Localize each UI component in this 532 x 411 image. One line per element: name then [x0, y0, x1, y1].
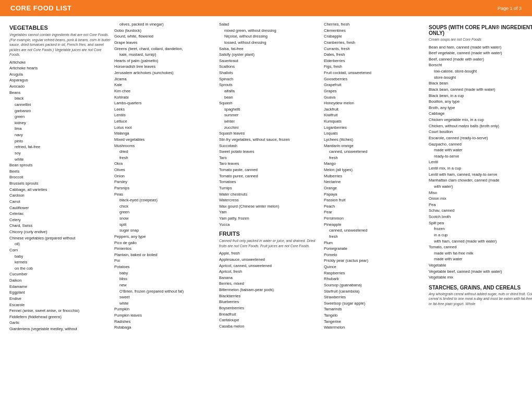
list-item: Salsify (oyster plant) — [219, 52, 321, 58]
list-item: Tangelo — [324, 312, 426, 319]
list-item: Greens (beet, chard, collard, dandelion, — [114, 46, 216, 52]
list-item: Tomato paste, canned — [219, 167, 321, 173]
list-item: Horseradish tree leaves — [114, 64, 216, 70]
list-item: Kohlrabi — [114, 94, 216, 101]
list-item: Bean sprouts — [9, 162, 111, 168]
list-item: Dates, fresh — [324, 52, 426, 58]
col3-items: Saladmixed green, without dressingNiçois… — [219, 21, 321, 329]
section-heading: FRUITS — [219, 231, 321, 237]
col1-items: ArtichokeArtichoke heartsArugulaAsparagu… — [9, 59, 111, 332]
list-item: Gourd, white, flowered — [114, 33, 216, 40]
list-item: fresh — [324, 234, 426, 240]
list-item: Blackberries — [219, 293, 321, 299]
list-item: Apricot, canned, unsweetened — [219, 263, 321, 269]
list-item: Tomato puree, canned — [219, 173, 321, 179]
list-item: Tomato, canned — [429, 244, 532, 250]
list-item: Cardoon — [9, 192, 111, 199]
list-item: in a cup — [429, 232, 532, 238]
list-item: Cantaloupe — [219, 317, 321, 323]
list-item: spaghetti — [219, 106, 321, 113]
list-item: Beef vegetable, canned (made with water) — [429, 50, 532, 56]
list-item: Passion fruit — [324, 197, 426, 203]
list-item: snow — [114, 215, 216, 222]
list-item: on the cob — [9, 265, 111, 272]
list-item: Court bouillon — [429, 129, 532, 135]
list-item: Clementines — [324, 28, 426, 34]
list-item: baby — [114, 270, 216, 276]
list-item: Plum — [324, 240, 426, 246]
content: VEGETABLES Vegetables cannot contain ing… — [0, 16, 532, 337]
list-item: Vegetable — [429, 262, 532, 269]
list-item: Arugula — [9, 71, 111, 78]
list-item: Lentils — [114, 112, 216, 118]
list-item: Lotus root — [114, 125, 216, 131]
list-item: Figs, fresh — [324, 64, 426, 70]
list-item: Wax gourd (Chinese winter melon) — [219, 203, 321, 210]
col5-soups: Bean and ham, canned (made with water)Be… — [429, 44, 532, 281]
list-item: Sprouts — [219, 82, 321, 88]
list-item: Crabapple — [324, 33, 426, 40]
list-item: Cauliflower — [9, 205, 111, 211]
list-item: Onion — [114, 173, 216, 179]
list-item: Mulberries — [324, 173, 426, 179]
list-item: Chicken vegetable mix, in a cup — [429, 117, 532, 123]
list-item: new — [114, 282, 216, 288]
list-item: Cucumber — [9, 271, 111, 277]
list-item: Spinach — [219, 76, 321, 82]
list-item: Asparagus — [9, 77, 111, 83]
list-item: Soursop (guanabana) — [324, 282, 426, 288]
list-item: Sweet potato leaves — [219, 149, 321, 155]
list-item: Carrot — [9, 199, 111, 205]
soups-title: SOUPS (WITH CORE PLAN® INGREDIENTS ONLY) — [429, 25, 532, 36]
list-item: cannellini — [9, 102, 111, 108]
list-item: Peas — [114, 191, 216, 198]
list-item: Endive — [9, 296, 111, 302]
list-item: Pomelo — [324, 252, 426, 258]
list-item: Papaya — [324, 191, 426, 198]
list-item: oil) — [9, 241, 111, 247]
list-item: frozen — [429, 226, 532, 232]
list-item: Corn — [9, 247, 111, 253]
list-item: Guava — [324, 94, 426, 101]
list-item: Succotash — [219, 143, 321, 149]
list-item: Strawberries — [324, 294, 426, 300]
list-item: Salsa, fat-free — [219, 46, 321, 52]
list-item: Gobo (burdock) — [114, 28, 216, 34]
list-item: Sweetsop (sugar apple) — [324, 300, 426, 307]
list-item: Borscht — [429, 62, 532, 68]
list-item: Radishes — [114, 319, 216, 325]
list-item: Escarole, canned (ready-to-serve) — [429, 135, 532, 141]
list-item: with ham, canned (made with water) — [429, 238, 532, 245]
header-title: CORE FOOD LIST — [10, 4, 72, 12]
list-item: Stir-fry vegetables, without sauce, froz… — [219, 137, 321, 143]
list-item: Split pea — [429, 220, 532, 226]
list-item: Pimientos — [114, 246, 216, 252]
list-item: Banana — [219, 275, 321, 281]
list-item: dried — [114, 149, 216, 155]
list-item: Brussels sprouts — [9, 180, 111, 187]
list-item: Quince — [324, 264, 426, 270]
list-item: Grape leaves — [114, 40, 216, 46]
list-item: canned, unsweetened — [324, 227, 426, 234]
list-item: Beets — [9, 168, 111, 175]
list-item: Onion mix — [429, 196, 532, 202]
list-item: Grapes — [324, 88, 426, 94]
list-item: Artichoke hearts — [9, 65, 111, 71]
col3: Saladmixed green, without dressingNiçois… — [219, 21, 321, 332]
list-item: mixed green, without dressing — [219, 28, 321, 34]
list-item: chick — [114, 203, 216, 210]
list-item: Escarole — [9, 302, 111, 308]
list-item: Jackfruit — [324, 106, 426, 113]
list-item: Mushrooms — [114, 143, 216, 149]
list-item: refried, fat-free — [9, 144, 111, 150]
list-item: Nectarine — [324, 179, 426, 185]
list-item: Fennel (anise, sweet anise, or finocchio… — [9, 308, 111, 314]
list-item: Shallots — [219, 70, 321, 76]
list-item: zucchini — [219, 125, 321, 131]
list-item: Pico de gallo — [114, 240, 216, 246]
list-item: Breadfruit — [219, 311, 321, 318]
list-item: Beef, canned (made with water) — [429, 56, 532, 63]
list-item: Blueberries — [219, 299, 321, 305]
list-item: Taro — [219, 155, 321, 161]
list-item: white — [114, 300, 216, 307]
